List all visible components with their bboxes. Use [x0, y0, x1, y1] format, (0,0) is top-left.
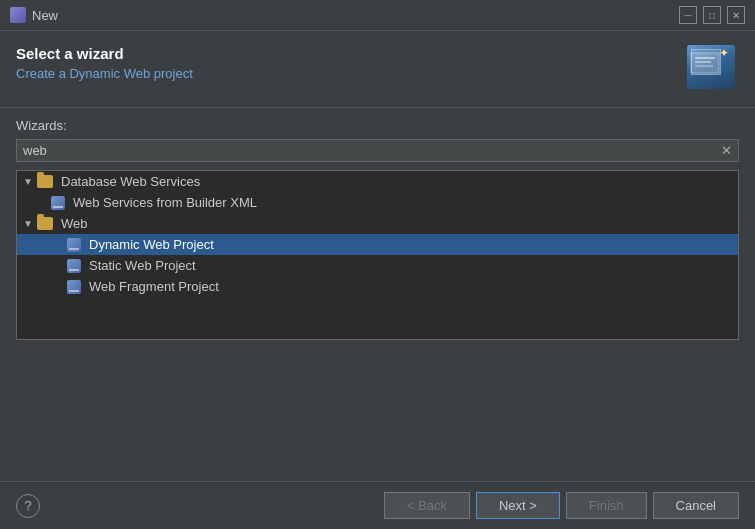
tree-item-label: Web Fragment Project: [89, 279, 219, 294]
tree-item-label: Static Web Project: [89, 258, 196, 273]
title-bar-controls: ─ □ ✕: [679, 6, 745, 24]
expand-arrow: ▼: [23, 176, 33, 187]
tree-item-database-web-services[interactable]: ▼ Database Web Services: [17, 171, 738, 192]
expand-arrow-placeholder: [37, 197, 47, 208]
title-bar: New ─ □ ✕: [0, 0, 755, 31]
file-icon-static-web: [67, 259, 81, 273]
title-bar-left: New: [10, 7, 58, 23]
wizard-icon: ✦: [687, 45, 739, 97]
wizards-label: Wizards:: [16, 118, 739, 133]
svg-rect-0: [691, 53, 719, 73]
finish-button[interactable]: Finish: [566, 492, 647, 519]
svg-rect-1: [695, 57, 715, 59]
expand-arrow-swp: [53, 260, 63, 271]
svg-rect-2: [695, 61, 711, 63]
file-icon-dynamic-web: [67, 238, 81, 252]
dialog-content: Select a wizard Create a Dynamic Web pro…: [0, 31, 755, 356]
svg-rect-3: [695, 65, 713, 67]
wizards-section: Wizards: ✕ ▼ Database Web Services Web S…: [16, 118, 739, 346]
cancel-button[interactable]: Cancel: [653, 492, 739, 519]
wizard-svg-icon: ✦: [687, 45, 735, 89]
tree-item-static-web-project[interactable]: Static Web Project: [17, 255, 738, 276]
window-title: New: [32, 8, 58, 23]
wizard-tree[interactable]: ▼ Database Web Services Web Services fro…: [16, 170, 739, 340]
tree-item-web[interactable]: ▼ Web: [17, 213, 738, 234]
folder-icon: [37, 175, 53, 188]
expand-arrow-web: ▼: [23, 218, 33, 229]
search-input[interactable]: [16, 139, 715, 162]
tree-item-dynamic-web-project[interactable]: Dynamic Web Project: [17, 234, 738, 255]
search-clear-button[interactable]: ✕: [715, 139, 739, 162]
nav-buttons: < Back Next > Finish Cancel: [384, 492, 739, 519]
next-button[interactable]: Next >: [476, 492, 560, 519]
tree-item-web-services-builder[interactable]: Web Services from Builder XML: [17, 192, 738, 213]
svg-text:✦: ✦: [719, 46, 729, 60]
search-row: ✕: [16, 139, 739, 162]
file-icon-web-services: [51, 196, 65, 210]
header-text: Select a wizard Create a Dynamic Web pro…: [16, 45, 193, 81]
app-icon: [10, 7, 26, 23]
maximize-button[interactable]: □: [703, 6, 721, 24]
minimize-button[interactable]: ─: [679, 6, 697, 24]
tree-item-label: Database Web Services: [61, 174, 200, 189]
expand-arrow-dwp: [53, 239, 63, 250]
dialog-subtitle: Create a Dynamic Web project: [16, 66, 193, 81]
close-button[interactable]: ✕: [727, 6, 745, 24]
tree-item-label: Dynamic Web Project: [89, 237, 214, 252]
folder-icon-web: [37, 217, 53, 230]
header-section: Select a wizard Create a Dynamic Web pro…: [16, 45, 739, 97]
back-button[interactable]: < Back: [384, 492, 470, 519]
tree-item-label: Web Services from Builder XML: [73, 195, 257, 210]
dialog-title: Select a wizard: [16, 45, 193, 62]
header-divider: [0, 107, 755, 108]
tree-item-label: Web: [61, 216, 88, 231]
wizard-icon-img: ✦: [687, 45, 735, 89]
expand-arrow-wfp: [53, 281, 63, 292]
tree-item-web-fragment-project[interactable]: Web Fragment Project: [17, 276, 738, 297]
bottom-section: ? < Back Next > Finish Cancel: [0, 481, 755, 529]
help-button[interactable]: ?: [16, 494, 40, 518]
button-row: ? < Back Next > Finish Cancel: [16, 492, 739, 519]
file-icon-web-fragment: [67, 280, 81, 294]
